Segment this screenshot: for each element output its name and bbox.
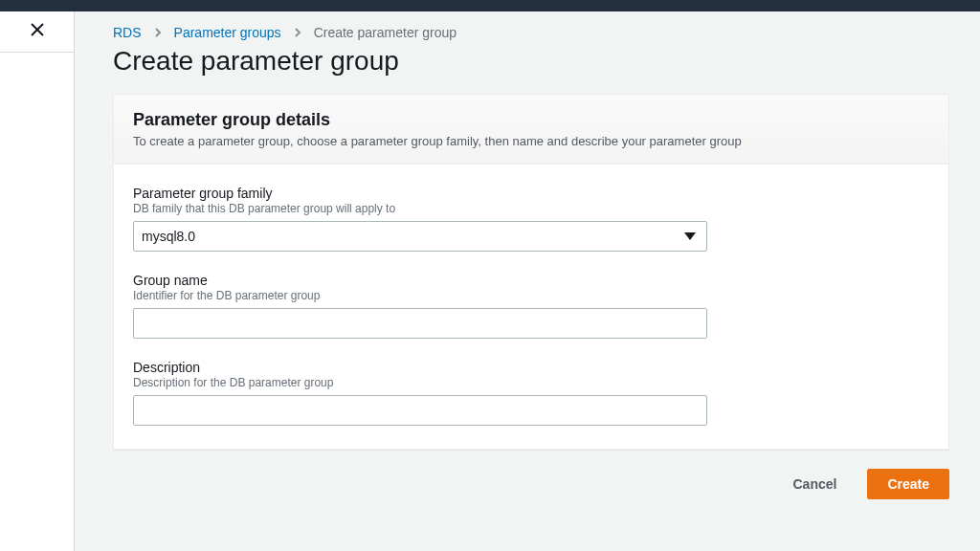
name-input[interactable] [133,308,707,339]
name-hint: Identifier for the DB parameter group [133,289,707,302]
cancel-button[interactable]: Cancel [773,469,856,499]
sidebar [0,11,75,551]
description-hint: Description for the DB parameter group [133,376,707,389]
breadcrumb-link-rds[interactable]: RDS [113,25,142,40]
name-label: Group name [133,273,707,288]
field-name: Group name Identifier for the DB paramet… [133,273,707,339]
field-family: Parameter group family DB family that th… [133,186,707,252]
card-header: Parameter group details To create a para… [114,95,948,165]
close-icon[interactable] [30,22,45,41]
top-nav-bar [0,0,980,11]
details-card: Parameter group details To create a para… [113,94,949,450]
family-hint: DB family that this DB parameter group w… [133,202,707,215]
chevron-right-icon [153,28,163,37]
description-label: Description [133,360,707,375]
card-subtitle: To create a parameter group, choose a pa… [133,134,929,148]
create-button[interactable]: Create [867,469,949,499]
field-description: Description Description for the DB param… [133,360,707,426]
card-title: Parameter group details [133,110,929,130]
card-body: Parameter group family DB family that th… [114,165,948,449]
main-content: RDS Parameter groups Create parameter gr… [75,11,980,551]
actions-bar: Cancel Create [113,469,949,515]
breadcrumb-current: Create parameter group [314,25,457,40]
breadcrumb: RDS Parameter groups Create parameter gr… [113,25,949,40]
breadcrumb-link-parameter-groups[interactable]: Parameter groups [174,25,281,40]
chevron-right-icon [293,28,302,37]
family-label: Parameter group family [133,186,707,201]
page-title: Create parameter group [113,46,949,77]
description-input[interactable] [133,395,707,426]
family-select[interactable]: mysql8.0 [133,221,707,252]
